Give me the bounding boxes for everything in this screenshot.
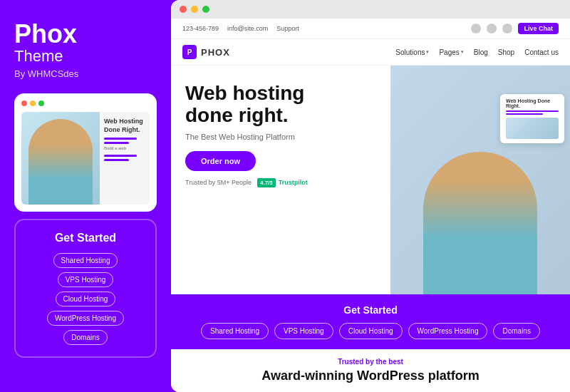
hero-heading-line2: done right. [185, 104, 289, 126]
search-icon [487, 24, 497, 33]
hero-person-image [423, 152, 537, 294]
hosting-tag[interactable]: VPS Hosting [58, 272, 114, 287]
hero-overlay-img [506, 118, 559, 139]
nav-bar: P PHOX Solutions ▾Pages ▾BlogShopContact… [171, 39, 570, 66]
hero-overlay-title: Web Hosting Done Right. [506, 98, 559, 108]
nav-link[interactable]: Contact us [524, 48, 559, 56]
mobile-person-image [21, 112, 100, 205]
mobile-dot-green [38, 100, 44, 106]
get-started-tag[interactable]: WordPress Hosting [408, 323, 488, 339]
user-icon [471, 24, 481, 33]
hosting-tag[interactable]: Domains [63, 330, 107, 345]
mobile-content-bar-2 [104, 142, 129, 144]
email-text: info@site.com [227, 25, 268, 32]
nav-logo: P PHOX [182, 45, 230, 59]
support-text: Support [276, 25, 299, 32]
get-started-tag[interactable]: VPS Hosting [274, 323, 333, 339]
top-bar: 123-456-789 info@site.com Support Live C… [171, 19, 570, 39]
mobile-dots [21, 100, 150, 106]
live-chat-button[interactable]: Live Chat [518, 23, 559, 34]
award-section: Trusted by the best Award-winning WordPr… [171, 349, 570, 392]
nav-link[interactable]: Pages ▾ [439, 48, 463, 56]
right-panel: 123-456-789 info@site.com Support Live C… [171, 0, 570, 392]
hero-heading: Web hosting done right. [185, 83, 376, 127]
hero-overlay-bar-1 [506, 110, 559, 112]
mobile-mockup-card: Web Hosting Done Right. Build a web [14, 93, 157, 212]
person-silhouette [28, 119, 93, 205]
browser-chrome [171, 0, 570, 19]
get-started-section-title: Get Started [185, 304, 556, 316]
nav-link[interactable]: Blog [474, 48, 488, 56]
order-now-button[interactable]: Order now [185, 151, 256, 171]
get-started-tags: Shared HostingVPS HostingCloud HostingWo… [185, 323, 556, 339]
award-title: Award-winning WordPress platform [185, 368, 556, 383]
get-started-card: Get Started Shared HostingVPS HostingClo… [14, 219, 157, 358]
top-bar-left: 123-456-789 info@site.com Support [182, 25, 299, 32]
website-content: 123-456-789 info@site.com Support Live C… [171, 19, 570, 392]
mobile-content-title: Web Hosting Done Right. [104, 118, 145, 134]
browser-dot-red [180, 6, 187, 13]
get-started-title: Get Started [26, 232, 145, 244]
nav-links: Solutions ▾Pages ▾BlogShopContact us [395, 48, 559, 56]
trustpilot-label: Trustpilot [279, 179, 308, 186]
get-started-tag[interactable]: Cloud Hosting [339, 323, 403, 339]
mobile-screen: Web Hosting Done Right. Build a web [21, 112, 150, 205]
browser-dot-yellow [191, 6, 198, 13]
hosting-tag[interactable]: WordPress Hosting [47, 311, 124, 326]
hero-overlay-card: Web Hosting Done Right. [500, 94, 564, 143]
get-started-tag[interactable]: Shared Hosting [201, 323, 269, 339]
top-bar-right: Live Chat [471, 23, 559, 34]
mobile-dot-red [21, 100, 27, 106]
mobile-content-bar-4 [104, 159, 129, 161]
nav-link[interactable]: Solutions ▾ [395, 48, 429, 56]
mobile-content-bar-3 [104, 155, 137, 157]
hero-left: Web hosting done right. The Best Web Hos… [171, 66, 390, 294]
get-started-tag[interactable]: Domains [493, 323, 539, 339]
browser-dot-green [202, 6, 209, 13]
trustpilot-badge: 4.7/5 Trustpilot [257, 178, 308, 187]
trustpilot-score: 4.7/5 [257, 178, 276, 187]
nav-logo-text: PHOX [201, 47, 230, 58]
hero-overlay-bar-2 [506, 113, 543, 115]
mobile-dot-yellow [30, 100, 36, 106]
hero-section: Web hosting done right. The Best Web Hos… [171, 66, 570, 294]
brand-by: By WHMCSdes [14, 68, 157, 79]
hosting-tag[interactable]: Cloud Hosting [56, 292, 116, 306]
nav-link[interactable]: Shop [498, 48, 514, 56]
chevron-down-icon: ▾ [426, 49, 429, 55]
left-panel: Phox Theme By WHMCSdes Web Hosting Done … [0, 0, 171, 392]
mobile-content-bar-1 [104, 138, 137, 140]
hosting-tag[interactable]: Shared Hosting [53, 253, 118, 268]
brand-title: Phox [14, 21, 157, 47]
hero-subheading: The Best Web Hosting Platform [185, 133, 376, 141]
cart-icon [502, 24, 512, 33]
award-trusted-label: Trusted by the best [185, 358, 556, 366]
chevron-down-icon: ▾ [461, 49, 464, 55]
trusted-row: Trusted by 5M+ People 4.7/5 Trustpilot [185, 178, 376, 187]
mobile-content-side: Web Hosting Done Right. Build a web [100, 112, 150, 205]
hero-right-image: Web Hosting Done Right. [390, 66, 570, 294]
phone-text: 123-456-789 [182, 25, 219, 32]
logo-icon: P [182, 45, 197, 59]
hosting-tags: Shared HostingVPS HostingCloud HostingWo… [26, 253, 145, 345]
hero-heading-line1: Web hosting [185, 82, 304, 104]
brand-subtitle: Theme [14, 47, 157, 66]
get-started-section: Get Started Shared HostingVPS HostingClo… [171, 294, 570, 349]
trusted-text: Trusted by 5M+ People [185, 179, 252, 186]
mobile-content-sub: Build a web [104, 146, 145, 150]
